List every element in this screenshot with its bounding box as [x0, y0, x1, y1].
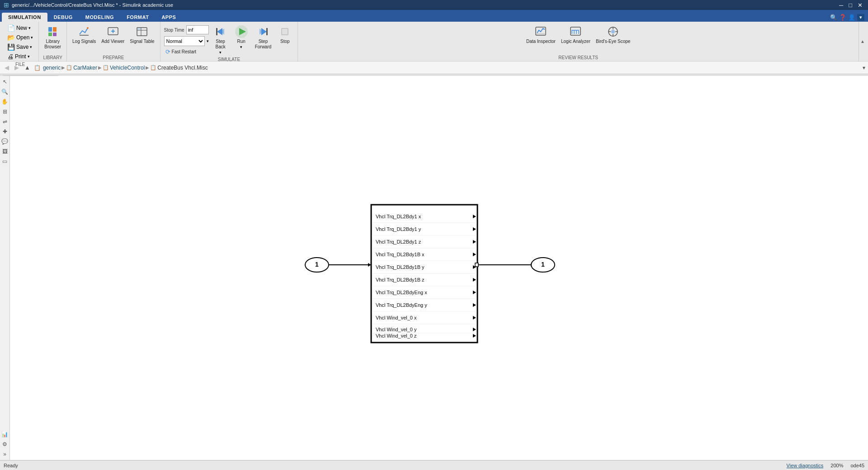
stop-button[interactable]: Stop: [276, 24, 294, 45]
birds-eye-scope-button[interactable]: Bird's-Eye Scope: [594, 24, 632, 45]
save-button[interactable]: 💾 Save ▾: [5, 42, 35, 52]
print-button[interactable]: 🖨 Print ▾: [5, 52, 35, 61]
model-icon: 📋: [34, 65, 41, 71]
breadcrumb-generic[interactable]: generic: [43, 65, 61, 71]
fast-restart-label: Fast Restart: [172, 49, 196, 54]
createbus-icon: 📋: [150, 65, 156, 70]
add-viewer-label: Add Viewer: [101, 39, 124, 44]
sidebar-zoom-icon[interactable]: 🔍: [1, 88, 9, 96]
signal-2-label: Vhcl Trq_DL2Bdy1 y: [376, 226, 421, 232]
left-sidebar: ↖ 🔍 ✋ ⊞ ⇌ ✚ 💬 🖼 ▭ 📊 ⚙ »: [0, 76, 10, 460]
print-dropdown-icon[interactable]: ▾: [28, 54, 30, 59]
breadcrumb-vehiclecontrol[interactable]: VehicleControl: [110, 65, 145, 71]
open-dropdown-icon[interactable]: ▾: [31, 35, 33, 40]
simulate-group-content: Stop Time Normal Accelerator ▾ ⟳ Fast Re…: [164, 24, 294, 56]
new-dropdown-icon[interactable]: ▾: [28, 26, 31, 30]
signal-table-button[interactable]: Signal Table: [128, 24, 156, 45]
input-port[interactable]: 1: [305, 258, 329, 272]
output-port[interactable]: 1: [531, 258, 555, 272]
ribbon-tabs: SIMULATION DEBUG MODELING FORMAT APPS 🔍 …: [0, 10, 868, 22]
open-button[interactable]: 📂 Open ▾: [5, 33, 35, 42]
run-button[interactable]: Run ▾: [232, 24, 250, 51]
step-back-btn-group: StepBack ▾: [212, 24, 230, 56]
minimize-button[interactable]: ─: [837, 2, 845, 9]
new-button[interactable]: 📄 New ▾: [5, 24, 35, 33]
canvas-content: 1 Vhcl Trq_DL2Bdy1 x Vhcl Trq_DL2Bdy1 y …: [10, 76, 868, 460]
ribbon-toolbar: 📄 New ▾ 📂 Open ▾ 💾 Save ▾ 🖨 Print: [0, 22, 868, 61]
app-icon: ⊞: [4, 1, 9, 9]
stop-btn-group: Stop: [276, 24, 294, 45]
view-diagnostics-link[interactable]: View diagnostics: [787, 463, 824, 468]
open-label: Open: [16, 34, 29, 41]
logic-analyzer-button[interactable]: Logic Analyzer: [559, 24, 592, 45]
sign-in-button[interactable]: ▾: [857, 14, 864, 21]
sidebar-more-icon[interactable]: »: [1, 450, 9, 458]
close-button[interactable]: ✕: [856, 2, 864, 9]
svg-point-5: [87, 27, 89, 29]
tab-apps[interactable]: APPS: [155, 13, 182, 22]
tab-debug[interactable]: DEBUG: [47, 13, 79, 22]
community-icon[interactable]: 👤: [848, 14, 855, 21]
birds-eye-icon: [606, 24, 620, 39]
data-inspector-button[interactable]: Data Inspector: [524, 24, 557, 45]
breadcrumb: 📋 generic ▶ 📋 CarMaker ▶ 📋 VehicleContro…: [34, 65, 208, 71]
sidebar-panel-icon[interactable]: 📊: [1, 430, 9, 438]
mode-dropdown-icon[interactable]: ▾: [207, 39, 209, 43]
tab-simulation[interactable]: SIMULATION: [2, 13, 47, 22]
step-back-button[interactable]: StepBack ▾: [212, 24, 230, 56]
sidebar-add-icon[interactable]: ✚: [1, 127, 9, 136]
signal-5-label: Vhcl Trq_DL2Bdy1B y: [376, 264, 425, 270]
fast-restart-icon: ⟳: [165, 48, 170, 55]
tab-format[interactable]: FORMAT: [120, 13, 155, 22]
simulate-group-label: SIMULATE: [218, 57, 240, 62]
help-icon[interactable]: ❓: [839, 14, 846, 21]
signal-7-label: Vhcl Trq_DL2BdyEng x: [376, 290, 427, 295]
sidebar-settings-icon[interactable]: ⚙: [1, 440, 9, 448]
svg-rect-3: [53, 33, 57, 36]
nav-up-button[interactable]: ▲: [23, 63, 32, 72]
nav-back-button[interactable]: ◀: [3, 63, 11, 72]
svg-rect-0: [48, 27, 52, 32]
stop-time-input[interactable]: [186, 25, 209, 34]
svg-rect-2: [48, 33, 52, 36]
nav-forward-button[interactable]: ▶: [13, 63, 21, 72]
bus-creator-block[interactable]: [371, 205, 477, 343]
add-viewer-button[interactable]: Add Viewer: [99, 24, 126, 45]
breadcrumb-dropdown-button[interactable]: ▾: [863, 65, 865, 71]
step-forward-icon: [256, 24, 270, 39]
block-diagram[interactable]: 1 Vhcl Trq_DL2Bdy1 x Vhcl Trq_DL2Bdy1 y …: [281, 178, 597, 358]
sidebar-fitall-icon[interactable]: ⊞: [1, 108, 9, 116]
ribbon-collapse-button[interactable]: ▲: [859, 22, 866, 61]
save-dropdown-icon[interactable]: ▾: [30, 45, 32, 49]
run-dropdown[interactable]: ▾: [239, 44, 243, 50]
step-back-dropdown[interactable]: ▾: [218, 50, 222, 55]
birds-eye-label: Bird's-Eye Scope: [596, 39, 630, 44]
svg-rect-15: [216, 28, 217, 35]
restore-button[interactable]: □: [847, 2, 854, 9]
canvas[interactable]: 1 Vhcl Trq_DL2Bdy1 x Vhcl Trq_DL2Bdy1 y …: [10, 76, 868, 460]
breadcrumb-carmaker[interactable]: CarMaker: [73, 65, 97, 71]
carmaker-icon: 📋: [66, 65, 72, 70]
fast-restart-button[interactable]: ⟳ Fast Restart: [164, 48, 209, 56]
signal-11-label: Vhcl Wind_vel_0 z: [376, 333, 417, 338]
step-forward-button[interactable]: StepForward: [253, 24, 274, 51]
run-label: Run: [237, 39, 245, 44]
sidebar-select-icon[interactable]: ↖: [1, 78, 9, 86]
log-signals-button[interactable]: Log Signals: [71, 24, 98, 45]
sidebar-image-icon[interactable]: 🖼: [1, 147, 9, 155]
search-icon[interactable]: 🔍: [830, 14, 837, 21]
open-icon: 📂: [7, 34, 15, 41]
sidebar-comment-icon[interactable]: 💬: [1, 137, 9, 146]
save-icon: 💾: [7, 43, 15, 51]
new-label: New: [16, 25, 27, 31]
tab-modeling[interactable]: MODELING: [79, 13, 120, 22]
sidebar-pan-icon[interactable]: ✋: [1, 98, 9, 106]
sidebar-connect-icon[interactable]: ⇌: [1, 118, 9, 126]
signal-6-label: Vhcl Trq_DL2Bdy1B z: [376, 277, 425, 282]
library-browser-button[interactable]: LibraryBrowser: [42, 24, 63, 51]
sidebar-area-icon[interactable]: ▭: [1, 157, 9, 165]
sim-mode-select[interactable]: Normal Accelerator: [164, 36, 205, 46]
signal-3-label: Vhcl Trq_DL2Bdy1 z: [376, 239, 421, 244]
status-zoom: 200%: [830, 463, 843, 468]
simulate-group: Stop Time Normal Accelerator ▾ ⟳ Fast Re…: [160, 22, 298, 61]
